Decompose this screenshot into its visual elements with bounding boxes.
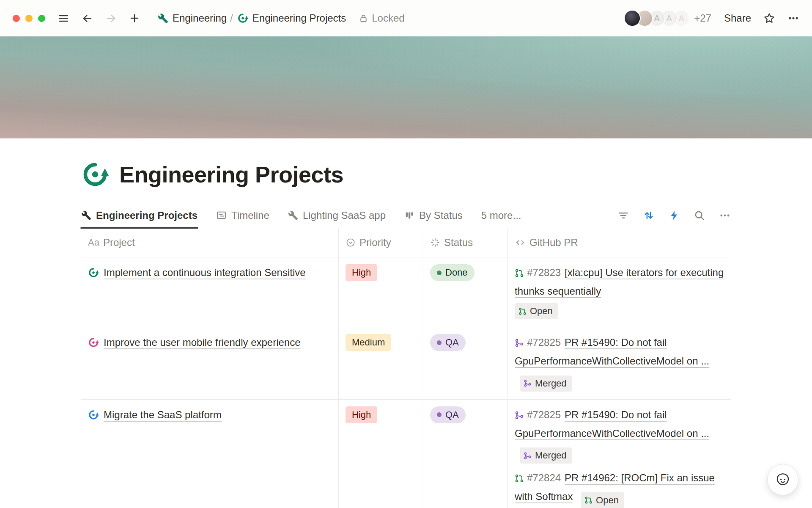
pr-mention[interactable]: #72825PR #15490: Do not fail GpuPerforma…: [515, 406, 724, 464]
pull-request-merged-icon: [524, 379, 532, 387]
avatar-overflow-count[interactable]: +27: [694, 12, 711, 24]
priority-pill[interactable]: High: [346, 264, 377, 281]
priority-cell[interactable]: High: [338, 257, 423, 327]
automations-bolt-icon[interactable]: [668, 209, 680, 222]
pr-state-badge[interactable]: Open: [581, 492, 624, 508]
window-titlebar: Engineering / Engineering Projects Locke…: [0, 0, 812, 36]
breadcrumb-teamspace[interactable]: Engineering: [158, 12, 227, 24]
table-row: Migrate the SaaS platform High QA #72825…: [81, 400, 731, 508]
project-logo-icon: [237, 13, 248, 24]
pr-number: #72823: [527, 267, 561, 278]
tab-label: Lighting SaaS app: [303, 210, 386, 221]
pull-request-merged-icon: [515, 411, 524, 420]
pull-request-merged-icon: [515, 338, 524, 348]
back-icon[interactable]: [81, 12, 93, 25]
share-button[interactable]: Share: [724, 12, 751, 24]
project-logo-icon: [88, 267, 99, 278]
tab-label: By Status: [419, 210, 463, 221]
priority-cell[interactable]: High: [338, 400, 423, 508]
tab-lighting-saas-app[interactable]: Lighting SaaS app: [288, 203, 386, 228]
column-label: Status: [444, 237, 473, 248]
tab-label: Timeline: [231, 210, 269, 221]
project-title-link[interactable]: Migrate the SaaS platform: [104, 406, 222, 424]
project-cell[interactable]: Implement a continuous integration Sensi…: [81, 257, 338, 327]
more-options-icon[interactable]: [787, 12, 799, 24]
status-pill[interactable]: Done: [430, 264, 475, 281]
page-content: Engineering Projects Engineering Project…: [0, 160, 812, 508]
table-header: Aa Project Priority Status GitHub PR: [81, 228, 731, 257]
status-cell[interactable]: QA: [423, 400, 508, 508]
pr-state-badge[interactable]: Merged: [520, 447, 572, 464]
tab-by-status[interactable]: By Status: [404, 203, 463, 228]
close-window-button[interactable]: [13, 15, 20, 22]
pr-state-label: Open: [530, 302, 553, 320]
sidebar-toggle-icon[interactable]: [57, 12, 70, 25]
status-dot: [437, 340, 442, 345]
column-label: Project: [103, 237, 135, 248]
project-cell[interactable]: Improve the user mobile friendly experie…: [81, 327, 338, 399]
pull-request-open-icon: [515, 474, 524, 483]
table-row: Implement a continuous integration Sensi…: [81, 257, 731, 327]
status-label: QA: [445, 409, 459, 420]
favorite-star-icon[interactable]: [763, 12, 776, 25]
pr-state-label: Merged: [535, 374, 567, 393]
github-pr-cell[interactable]: #72823[xla:cpu] Use iterators for execut…: [508, 257, 731, 327]
pr-mention[interactable]: #72825PR #15490: Do not fail GpuPerforma…: [515, 333, 724, 392]
status-dot: [437, 412, 442, 417]
traffic-lights: [13, 15, 45, 22]
locked-label: Locked: [372, 12, 404, 24]
table-row: Improve the user mobile friendly experie…: [81, 327, 731, 400]
status-cell[interactable]: Done: [423, 257, 508, 327]
page-logo-icon[interactable]: [81, 160, 109, 188]
github-pr-cell[interactable]: #72825PR #15490: Do not fail GpuPerforma…: [508, 400, 731, 508]
tab-label: Engineering Projects: [96, 210, 198, 221]
page-cover-image[interactable]: [0, 36, 812, 138]
pr-mention[interactable]: #72824PR #14962: [ROCm] Fix an issue wit…: [515, 469, 724, 508]
pr-number: #72825: [527, 337, 561, 348]
view-more-icon[interactable]: [719, 209, 731, 222]
zoom-window-button[interactable]: [38, 15, 45, 22]
priority-pill[interactable]: High: [346, 406, 377, 423]
status-cell[interactable]: QA: [423, 327, 508, 399]
tab-timeline[interactable]: Timeline: [216, 203, 269, 228]
pr-state-label: Open: [596, 491, 619, 508]
breadcrumb-page[interactable]: Engineering Projects: [237, 12, 346, 24]
breadcrumb: Engineering / Engineering Projects Locke…: [158, 12, 405, 24]
wrench-icon: [158, 13, 168, 24]
collaborator-avatars[interactable]: A A A: [624, 10, 690, 27]
priority-cell[interactable]: Medium: [338, 327, 423, 399]
tab-more-views[interactable]: 5 more...: [481, 203, 521, 228]
column-header-project[interactable]: Aa Project: [81, 228, 338, 257]
forward-icon[interactable]: [104, 12, 117, 25]
column-header-status[interactable]: Status: [423, 228, 508, 257]
page-title[interactable]: Engineering Projects: [119, 161, 343, 188]
tab-engineering-projects[interactable]: Engineering Projects: [81, 203, 198, 228]
column-header-github-pr[interactable]: GitHub PR: [508, 228, 731, 257]
notion-ai-button[interactable]: [767, 464, 798, 495]
status-pill[interactable]: QA: [430, 334, 466, 351]
pr-mention[interactable]: #72823[xla:cpu] Use iterators for execut…: [515, 263, 724, 319]
search-icon[interactable]: [693, 209, 706, 222]
sort-icon[interactable]: [642, 209, 655, 222]
lock-status[interactable]: Locked: [359, 12, 404, 24]
column-header-priority[interactable]: Priority: [338, 228, 423, 257]
pull-request-open-icon: [584, 496, 593, 504]
status-label: QA: [445, 337, 459, 348]
github-pr-cell[interactable]: #72825PR #15490: Do not fail GpuPerforma…: [508, 327, 731, 399]
new-page-icon[interactable]: [128, 12, 141, 25]
pr-state-badge[interactable]: Merged: [520, 375, 572, 392]
status-pill[interactable]: QA: [430, 406, 466, 423]
wrench-icon: [81, 210, 91, 221]
pr-state-badge[interactable]: Open: [515, 303, 558, 319]
project-title-link[interactable]: Improve the user mobile friendly experie…: [104, 333, 301, 352]
pull-request-open-icon: [518, 307, 527, 315]
filter-icon[interactable]: [617, 209, 630, 222]
project-cell[interactable]: Migrate the SaaS platform: [81, 400, 338, 508]
priority-pill[interactable]: Medium: [346, 334, 391, 351]
status-burst-icon: [430, 237, 440, 248]
minimize-window-button[interactable]: [25, 15, 33, 22]
project-title-link[interactable]: Implement a continuous integration Sensi…: [104, 263, 306, 282]
column-label: Priority: [359, 237, 391, 248]
avatar[interactable]: [624, 10, 641, 27]
pull-request-open-icon: [515, 268, 524, 278]
